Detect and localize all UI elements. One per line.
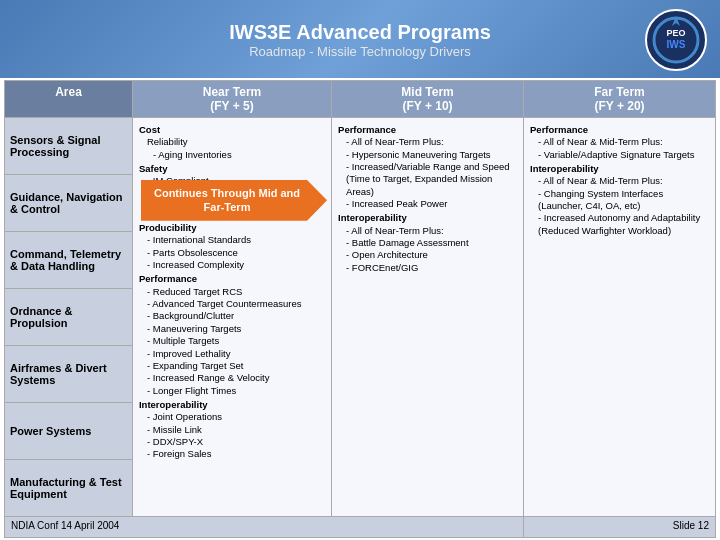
area-column: Sensors & Signal Processing Guidance, Na… [5,118,133,517]
near-reduced-rcs: - Reduced Target RCS [139,286,325,298]
near-missile-link: - Missile Link [139,424,325,436]
near-advanced-target: - Advanced Target Countermeasures [139,298,325,310]
col-header-near: Near Term (FY + 5) [132,81,331,118]
near-cost-label: Cost [139,124,325,136]
near-expanding-target: - Expanding Target Set [139,360,325,372]
col-header-far: Far Term (FY + 20) [524,81,716,118]
mid-term-cell: Performance - All of Near-Term Plus: - H… [332,118,524,517]
far-variable-sig: - Variable/Adaptive Signature Targets [530,149,709,161]
continues-arrow: Continues Through Mid and Far-Term [141,180,327,221]
mid-increased-range: - Increased/Variable Range and Speed (Ti… [338,161,517,198]
near-increased-range: - Increased Range & Velocity [139,372,325,384]
mid-interop-all-near: - All of Near-Term Plus: [338,225,517,237]
mid-interop-label: Interoperability [338,212,517,224]
mid-increased-peak: - Increased Peak Power [338,198,517,210]
near-background-clutter: - Background/Clutter [139,310,325,322]
area-guidance: Guidance, Navigation & Control [5,175,132,232]
near-foreign-sales: - Foreign Sales [139,448,325,460]
near-joint-ops: - Joint Operations [139,411,325,423]
footer-right: Slide 12 [524,517,716,538]
mid-bda: - Battle Damage Assessment [338,237,517,249]
col-header-mid: Mid Term (FY + 10) [332,81,524,118]
far-interop-all: - All of Near & Mid-Term Plus: [530,175,709,187]
mid-hypersonic: - Hypersonic Maneuvering Targets [338,149,517,161]
area-power: Power Systems [5,403,132,460]
area-ordnance: Ordnance & Propulsion [5,289,132,346]
far-interop-label: Interoperability [530,163,709,175]
near-reliability: Reliability [139,136,325,148]
far-term-cell: Performance - All of Near & Mid-Term Plu… [524,118,716,517]
footer-row: NDIA Conf 14 April 2004 Slide 12 [5,517,716,538]
area-manufacturing: Manufacturing & Test Equipment [5,460,132,516]
near-safety-label: Safety [139,163,325,175]
near-parts-obs: - Parts Obsolescence [139,247,325,259]
mid-forcenet: - FORCEnet/GIG [338,262,517,274]
far-all-near-mid: - All of Near & Mid-Term Plus: [530,136,709,148]
near-ddx: - DDX/SPY-X [139,436,325,448]
near-longer-flight: - Longer Flight Times [139,385,325,397]
area-airframes: Airframes & Divert Systems [5,346,132,403]
mid-all-near: - All of Near-Term Plus: [338,136,517,148]
area-command: Command, Telemetry & Data Handling [5,232,132,289]
near-multiple-targets: - Multiple Targets [139,335,325,347]
near-intl-standards: - International Standards [139,234,325,246]
near-performance-label: Performance [139,273,325,285]
header: IWS3E Advanced Programs Roadmap - Missil… [0,0,720,78]
footer-left: NDIA Conf 14 April 2004 [5,517,524,538]
logo-icon: PEO IWS [644,8,708,72]
area-sensors: Sensors & Signal Processing [5,118,132,175]
near-producibility-label: Producibility [139,222,325,234]
near-increased-complexity: - Increased Complexity [139,259,325,271]
far-increased-autonomy: - Increased Autonomy and Adaptability (R… [530,212,709,237]
mid-open-arch: - Open Architecture [338,249,517,261]
page-title: IWS3E Advanced Programs [76,21,644,44]
header-text: IWS3E Advanced Programs Roadmap - Missil… [76,21,644,59]
mid-performance-label: Performance [338,124,517,136]
near-maneuvering: - Maneuvering Targets [139,323,325,335]
near-aging: - Aging Inventories [139,149,325,161]
page-container: IWS3E Advanced Programs Roadmap - Missil… [0,0,720,540]
svg-text:IWS: IWS [667,39,686,50]
svg-text:PEO: PEO [666,28,685,38]
near-term-cell: Cost Reliability - Aging Inventories Saf… [132,118,331,517]
page-subtitle: Roadmap - Missile Technology Drivers [76,44,644,59]
far-performance-label: Performance [530,124,709,136]
col-header-area: Area [5,81,133,118]
far-changing-sys: - Changing System Interfaces (Launcher, … [530,188,709,213]
near-improved-lethality: - Improved Lethality [139,348,325,360]
near-interop-label: Interoperability [139,399,325,411]
